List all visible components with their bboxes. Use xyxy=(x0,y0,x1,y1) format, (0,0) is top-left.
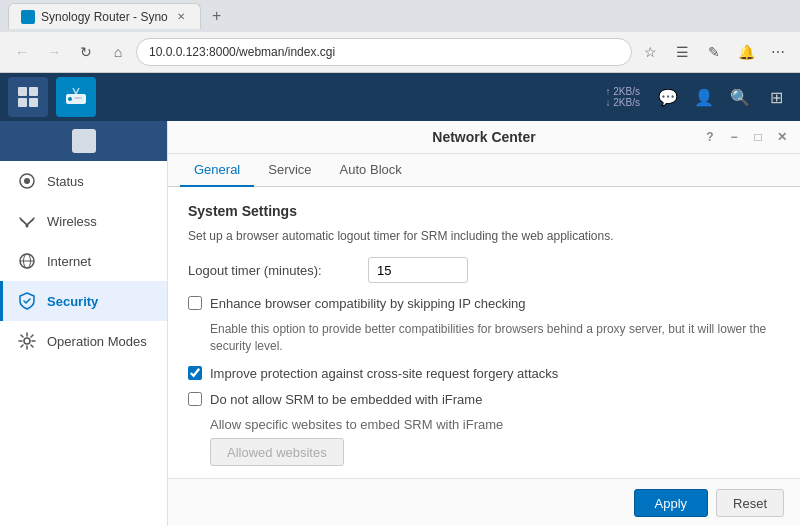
apply-button[interactable]: Apply xyxy=(634,489,709,517)
svg-rect-6 xyxy=(74,97,82,99)
app-container: ↑ 2KB/s ↓ 2KB/s 💬 👤 🔍 ⊞ Status xyxy=(0,73,800,526)
content-area: Network Center ? − □ ✕ General Service xyxy=(168,121,800,526)
new-tab-button[interactable]: + xyxy=(205,4,229,28)
sidebar-item-internet-label: Internet xyxy=(47,254,91,269)
svg-rect-3 xyxy=(29,98,38,107)
minimize-icon[interactable]: − xyxy=(724,127,744,147)
enhance-compat-checkbox[interactable] xyxy=(188,296,202,310)
allowed-websites-button[interactable]: Allowed websites xyxy=(210,438,344,466)
upload-stat: ↑ 2KB/s xyxy=(606,86,640,97)
address-bar[interactable] xyxy=(136,38,632,66)
logout-timer-input[interactable] xyxy=(368,257,468,283)
allow-sites-option: Allow specific websites to embed SRM wit… xyxy=(210,417,780,466)
sidebar: Status Wireless Internet Security xyxy=(0,121,168,526)
download-stat: ↓ 2KB/s xyxy=(606,97,640,108)
sidebar-logo xyxy=(0,121,167,161)
sidebar-item-operation-modes[interactable]: Operation Modes xyxy=(0,321,167,361)
sidebar-item-security[interactable]: Security xyxy=(0,281,167,321)
grid-icon[interactable]: ⊞ xyxy=(760,81,792,113)
synology-logo[interactable] xyxy=(8,77,48,117)
operation-modes-icon xyxy=(17,331,37,351)
tab-favicon xyxy=(21,10,35,24)
search-top-icon[interactable]: 🔍 xyxy=(724,81,756,113)
back-button[interactable]: ← xyxy=(8,38,36,66)
sidebar-item-internet[interactable]: Internet xyxy=(0,241,167,281)
home-button[interactable]: ⌂ xyxy=(104,38,132,66)
tab-service[interactable]: Service xyxy=(254,154,325,187)
maximize-icon[interactable]: □ xyxy=(748,127,768,147)
wireless-icon xyxy=(17,211,37,231)
sidebar-item-wireless[interactable]: Wireless xyxy=(0,201,167,241)
forward-button[interactable]: → xyxy=(40,38,68,66)
tab-title: Synology Router - Syno xyxy=(41,10,168,24)
notifications-icon[interactable]: 🔔 xyxy=(732,38,760,66)
tab-service-label: Service xyxy=(268,162,311,177)
panel-header-icons: ? − □ ✕ xyxy=(700,127,792,147)
top-bar: ↑ 2KB/s ↓ 2KB/s 💬 👤 🔍 ⊞ xyxy=(0,73,800,121)
browser-tab[interactable]: Synology Router - Syno ✕ xyxy=(8,3,201,29)
sidebar-item-status-label: Status xyxy=(47,174,84,189)
allow-sites-label: Allow specific websites to embed SRM wit… xyxy=(210,417,780,432)
enhance-compat-label: Enhance browser compatibility by skippin… xyxy=(210,295,526,313)
tab-auto-block[interactable]: Auto Block xyxy=(326,154,416,187)
svg-line-7 xyxy=(73,88,76,94)
bookmark-icon[interactable]: ☆ xyxy=(636,38,664,66)
internet-icon xyxy=(17,251,37,271)
iframe-checkbox[interactable] xyxy=(188,392,202,406)
iframe-label: Do not allow SRM to be embedded with iFr… xyxy=(210,391,482,409)
security-icon xyxy=(17,291,37,311)
network-stats: ↑ 2KB/s ↓ 2KB/s xyxy=(606,86,640,108)
tab-general[interactable]: General xyxy=(180,154,254,187)
top-bar-right-icons: 💬 👤 🔍 ⊞ xyxy=(652,81,792,113)
svg-rect-1 xyxy=(29,87,38,96)
panel-header: Network Center ? − □ ✕ xyxy=(168,121,800,154)
sidebar-item-wireless-label: Wireless xyxy=(47,214,97,229)
edit-icon[interactable]: ✎ xyxy=(700,38,728,66)
enhance-compat-hint: Enable this option to provide better com… xyxy=(210,321,780,355)
settings-content: System Settings Set up a browser automat… xyxy=(168,187,800,478)
help-icon[interactable]: ? xyxy=(700,127,720,147)
router-app-icon[interactable] xyxy=(56,77,96,117)
sidebar-item-status[interactable]: Status xyxy=(0,161,167,201)
svg-point-11 xyxy=(26,225,29,228)
panel-title: Network Center xyxy=(432,129,535,145)
router-icon-svg xyxy=(65,86,87,108)
tab-close-button[interactable]: ✕ xyxy=(174,10,188,24)
iframe-row: Do not allow SRM to be embedded with iFr… xyxy=(188,391,780,409)
close-panel-icon[interactable]: ✕ xyxy=(772,127,792,147)
status-icon xyxy=(17,171,37,191)
svg-point-10 xyxy=(24,178,30,184)
main-layout: Status Wireless Internet Security xyxy=(0,121,800,526)
tabs: General Service Auto Block xyxy=(168,154,800,187)
panel: Network Center ? − □ ✕ General Service xyxy=(168,121,800,526)
sidebar-item-operation-modes-label: Operation Modes xyxy=(47,334,147,349)
panel-footer: Apply Reset xyxy=(168,478,800,526)
csrf-row: Improve protection against cross-site re… xyxy=(188,365,780,383)
svg-point-5 xyxy=(68,97,72,101)
svg-rect-0 xyxy=(18,87,27,96)
chat-icon[interactable]: 💬 xyxy=(652,81,684,113)
browser-tabs: Synology Router - Syno ✕ + xyxy=(0,0,800,32)
more-icon[interactable]: ⋯ xyxy=(764,38,792,66)
browser-toolbar: ← → ↻ ⌂ ☆ ☰ ✎ 🔔 ⋯ xyxy=(0,32,800,72)
csrf-label: Improve protection against cross-site re… xyxy=(210,365,558,383)
reload-button[interactable]: ↻ xyxy=(72,38,100,66)
sidebar-item-security-label: Security xyxy=(47,294,98,309)
section-desc: Set up a browser automatic logout timer … xyxy=(188,229,780,243)
csrf-checkbox[interactable] xyxy=(188,366,202,380)
user-icon[interactable]: 👤 xyxy=(688,81,720,113)
menu-icon[interactable]: ☰ xyxy=(668,38,696,66)
logout-timer-row: Logout timer (minutes): xyxy=(188,257,780,283)
sidebar-logo-inner xyxy=(72,129,96,153)
reset-button[interactable]: Reset xyxy=(716,489,784,517)
section-title: System Settings xyxy=(188,203,780,219)
logout-timer-label: Logout timer (minutes): xyxy=(188,263,368,278)
svg-point-15 xyxy=(24,338,30,344)
svg-line-8 xyxy=(76,88,79,94)
toolbar-icons: ☆ ☰ ✎ 🔔 ⋯ xyxy=(636,38,792,66)
browser-chrome: Synology Router - Syno ✕ + ← → ↻ ⌂ ☆ ☰ ✎… xyxy=(0,0,800,73)
svg-rect-2 xyxy=(18,98,27,107)
logo-svg xyxy=(16,85,40,109)
enhance-compat-row: Enhance browser compatibility by skippin… xyxy=(188,295,780,313)
tab-general-label: General xyxy=(194,162,240,177)
